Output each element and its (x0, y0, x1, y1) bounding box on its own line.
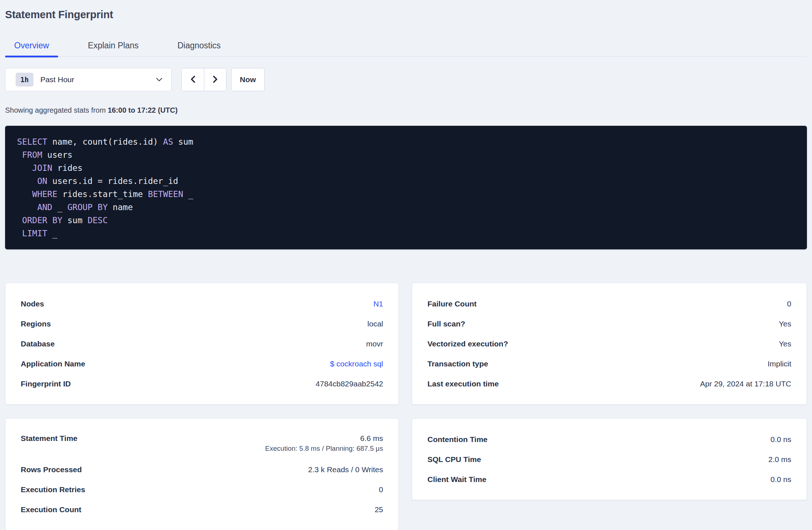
row-label: Fingerprint ID (21, 380, 71, 388)
row-value: 2.3 k Reads / 0 Writes (308, 465, 383, 474)
sql-line: ON users.id = rides.rider_id (17, 174, 800, 188)
card-row: Contention Time0.0 ns (427, 429, 791, 449)
time-controls: 1h Past Hour (5, 68, 807, 91)
row-label: Application Name (21, 360, 85, 368)
sql-line: FROM users (17, 148, 800, 161)
row-value: 0 (379, 485, 383, 494)
row-label: Execution Retries (21, 485, 85, 494)
chevron-left-icon (189, 75, 197, 85)
card-row: Transaction typeImplicit (427, 354, 791, 374)
row-label: Regions (21, 320, 51, 328)
statement-details-card: NodesN1RegionslocalDatabasemovrApplicati… (5, 283, 399, 405)
card-row: Vectorized execution?Yes (427, 334, 791, 354)
row-label: Rows Processed (21, 465, 82, 474)
time-range-select[interactable]: 1h Past Hour (5, 68, 172, 91)
row-value: Yes (779, 340, 791, 348)
stats-line-prefix: Showing aggregated stats from (5, 106, 108, 114)
summary-cards: NodesN1RegionslocalDatabasemovrApplicati… (5, 283, 807, 530)
card-row: Statement Time6.6 msExecution: 5.8 ms / … (21, 429, 383, 459)
row-value: 0.0 ns (771, 475, 791, 484)
row-label: Vectorized execution? (427, 340, 508, 348)
card-row: Last execution timeApr 29, 2024 at 17:18… (427, 374, 791, 394)
row-value: 4784cb829aab2542 (315, 380, 383, 388)
card-row: NodesN1 (21, 294, 383, 314)
row-value: 0.0 ns (771, 435, 791, 444)
row-value: local (367, 320, 383, 328)
row-label: Last execution time (427, 380, 499, 388)
row-value: 2.0 ms (768, 455, 791, 464)
row-value: Implicit (768, 360, 791, 368)
aggregated-stats-line: Showing aggregated stats from 16:00 to 1… (5, 106, 807, 115)
sql-line: JOIN rides (17, 161, 800, 174)
page-title: Statement Fingerprint (5, 9, 807, 21)
tab-overview[interactable]: Overview (5, 36, 58, 56)
sql-fingerprint-box: SELECT name, count(rides.id) AS sum FROM… (5, 126, 807, 249)
card-row: Rows Processed2.3 k Reads / 0 Writes (21, 459, 383, 479)
row-label: Database (21, 340, 55, 348)
sql-line: WHERE rides.start_time BETWEEN _ (17, 188, 800, 201)
row-subvalue: Execution: 5.8 ms / Planning: 687.5 µs (265, 445, 383, 453)
sql-line: ORDER BY sum DESC (17, 214, 800, 227)
row-label: Full scan? (427, 320, 465, 328)
row-label: SQL CPU Time (427, 455, 481, 464)
row-value-link[interactable]: N1 (373, 300, 383, 308)
card-row: Execution Count25 (21, 499, 383, 519)
card-row: Full scan?Yes (427, 314, 791, 334)
time-range-badge: 1h (16, 73, 33, 87)
row-label: Nodes (21, 300, 44, 308)
statement-performance-card: Statement Time6.6 msExecution: 5.8 ms / … (5, 418, 399, 530)
tabs: OverviewExplain PlansDiagnostics (5, 36, 807, 57)
card-row: Application Name$ cockroach sql (21, 354, 383, 374)
sql-code: SELECT name, count(rides.id) AS sum FROM… (17, 135, 800, 240)
card-row: Fingerprint ID4784cb829aab2542 (21, 374, 383, 394)
sql-line: LIMIT _ (17, 227, 800, 240)
row-label: Client Wait Time (427, 475, 486, 484)
tab-explain-plans[interactable]: Explain Plans (79, 36, 148, 56)
time-range-label: Past Hour (40, 75, 74, 84)
timing-breakdown-card: Contention Time0.0 nsSQL CPU Time2.0 msC… (412, 418, 807, 500)
card-row: SQL CPU Time2.0 ms (427, 449, 791, 469)
row-label: Transaction type (427, 360, 488, 368)
card-row: Regionslocal (21, 314, 383, 334)
row-value: 25 (375, 505, 383, 514)
row-label: Execution Count (21, 505, 81, 514)
previous-interval-button[interactable] (182, 68, 204, 91)
time-nav-group (181, 68, 226, 91)
row-label: Statement Time (21, 434, 77, 443)
next-interval-button[interactable] (204, 68, 226, 91)
now-button[interactable]: Now (231, 68, 265, 91)
sql-line: SELECT name, count(rides.id) AS sum (17, 135, 800, 148)
row-value: movr (366, 340, 383, 348)
row-value: 0 (787, 300, 791, 308)
row-value: 6.6 ms (265, 434, 383, 443)
row-value: Apr 29, 2024 at 17:18 UTC (700, 380, 791, 388)
card-row: Client Wait Time0.0 ns (427, 469, 791, 489)
row-label: Contention Time (427, 435, 487, 444)
statement-fingerprint-page: Statement Fingerprint OverviewExplain Pl… (0, 9, 812, 530)
row-label: Failure Count (427, 300, 477, 308)
card-row: Execution Retries0 (21, 479, 383, 499)
card-row: Failure Count0 (427, 294, 791, 314)
row-value: Yes (779, 320, 791, 328)
chevron-right-icon (212, 75, 219, 85)
stats-line-range: 16:00 to 17:22 (UTC) (108, 106, 177, 114)
row-value-link[interactable]: $ cockroach sql (330, 360, 383, 368)
sql-line: AND _ GROUP BY name (17, 201, 800, 214)
chevron-down-icon (156, 77, 162, 82)
execution-attributes-card: Failure Count0Full scan?YesVectorized ex… (412, 283, 807, 405)
tab-diagnostics[interactable]: Diagnostics (168, 36, 230, 56)
card-row: Databasemovr (21, 334, 383, 354)
